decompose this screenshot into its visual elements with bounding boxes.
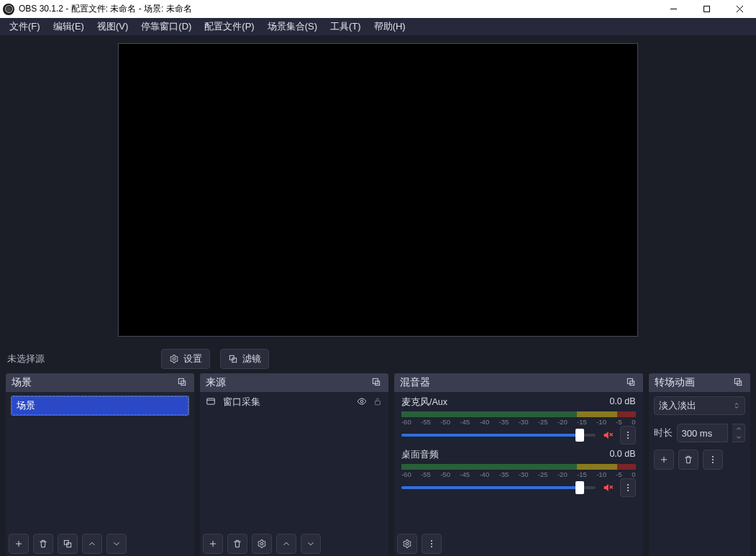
mixer-title: 混音器: [400, 376, 430, 389]
svg-point-21: [260, 542, 263, 545]
svg-point-36: [431, 543, 432, 544]
dock-popout-icon[interactable]: [733, 377, 744, 388]
transitions-title: 转场动画: [655, 376, 695, 389]
menu-dock[interactable]: 停靠窗口(D): [135, 18, 198, 35]
scene-move-down-button[interactable]: [106, 534, 127, 554]
transition-menu-button[interactable]: [703, 450, 723, 470]
window-maximize-button[interactable]: [690, 0, 723, 18]
sources-dock: 来源 窗口采集: [200, 373, 388, 556]
mixer-settings-button[interactable]: [397, 534, 417, 554]
svg-point-37: [431, 546, 432, 547]
mixer-channel: 麦克风/Aux0.0 dB-60-55-50-45-40-35-30-25-20…: [394, 392, 643, 445]
scene-add-button[interactable]: [9, 534, 29, 554]
menu-edit[interactable]: 编辑(E): [47, 18, 91, 35]
sources-title: 来源: [206, 376, 226, 389]
svg-rect-5: [229, 355, 234, 360]
stepper-up-icon[interactable]: [732, 424, 744, 433]
source-visibility-toggle[interactable]: [357, 396, 367, 409]
source-lock-toggle[interactable]: [373, 396, 383, 409]
transition-remove-button[interactable]: [678, 450, 698, 470]
svg-point-43: [712, 459, 714, 460]
transition-duration-value: 300 ms: [682, 428, 713, 439]
chevron-updown-icon: [733, 401, 740, 411]
svg-rect-11: [64, 540, 68, 544]
filters-button-label: 滤镜: [242, 352, 261, 365]
mixer-channel-db: 0.0 dB: [609, 396, 635, 409]
svg-point-32: [627, 487, 629, 488]
source-add-button[interactable]: [203, 534, 223, 554]
mixer-channel: 桌面音频0.0 dB-60-55-50-45-40-35-30-25-20-15…: [394, 445, 643, 497]
channel-menu-button[interactable]: [620, 478, 636, 497]
dock-popout-icon[interactable]: [177, 377, 188, 388]
scene-remove-button[interactable]: [33, 534, 53, 554]
menu-help[interactable]: 帮助(H): [368, 18, 412, 35]
source-move-down-button[interactable]: [301, 534, 321, 554]
gear-icon: [169, 354, 179, 364]
svg-point-33: [627, 490, 629, 491]
transition-add-button[interactable]: [654, 450, 674, 470]
menu-view[interactable]: 视图(V): [91, 18, 135, 35]
scene-item[interactable]: 场景: [12, 396, 188, 415]
svg-rect-39: [737, 381, 742, 386]
svg-rect-23: [629, 381, 634, 386]
transition-duration-input[interactable]: 300 ms: [677, 424, 728, 442]
mixer-channel-db: 0.0 dB: [609, 449, 635, 461]
svg-point-35: [431, 540, 432, 542]
scene-filter-button[interactable]: [58, 534, 78, 554]
svg-point-34: [406, 542, 409, 545]
transition-select[interactable]: 淡入淡出: [654, 396, 745, 415]
stepper-down-icon[interactable]: [732, 433, 744, 442]
source-item[interactable]: 窗口采集: [200, 392, 388, 412]
menu-file[interactable]: 文件(F): [3, 18, 47, 35]
channel-menu-button[interactable]: [620, 426, 636, 445]
svg-point-28: [627, 437, 629, 439]
dock-popout-icon[interactable]: [626, 377, 637, 388]
preview-canvas[interactable]: [118, 43, 638, 337]
mute-button[interactable]: [601, 429, 614, 442]
svg-rect-6: [232, 358, 237, 363]
dock-popout-icon[interactable]: [371, 377, 383, 388]
window-titlebar: OBS 30.1.2 - 配置文件: 未命名 - 场景: 未命名: [0, 0, 756, 18]
svg-rect-1: [703, 6, 709, 12]
transition-duration-stepper[interactable]: [732, 424, 745, 442]
svg-point-27: [627, 434, 629, 436]
menu-profile[interactable]: 配置文件(P): [198, 18, 260, 35]
volume-slider[interactable]: [401, 486, 596, 489]
scenes-dock: 场景 场景: [6, 373, 194, 556]
properties-button-label: 设置: [183, 352, 202, 365]
transition-duration-label: 时长: [654, 427, 673, 439]
source-remove-button[interactable]: [227, 534, 247, 554]
svg-point-31: [627, 484, 629, 486]
menu-scenecol[interactable]: 场景集合(S): [261, 18, 324, 35]
mixer-channel-name: 麦克风/Aux: [401, 396, 447, 409]
menu-tools[interactable]: 工具(T): [324, 18, 368, 35]
svg-rect-8: [181, 381, 186, 386]
svg-point-44: [712, 462, 714, 463]
filters-icon: [228, 354, 238, 364]
mixer-dock: 混音器 麦克风/Aux0.0 dB-60-55-50-45-40-35-30-2…: [394, 373, 643, 556]
svg-rect-14: [375, 381, 380, 386]
window-minimize-button[interactable]: [657, 0, 690, 18]
window-close-button[interactable]: [723, 0, 756, 18]
svg-point-26: [627, 432, 629, 433]
menu-bar: 文件(F) 编辑(E) 视图(V) 停靠窗口(D) 配置文件(P) 场景集合(S…: [0, 18, 756, 35]
mute-button[interactable]: [601, 481, 614, 494]
svg-rect-18: [375, 401, 380, 404]
transition-selected-label: 淡入淡出: [659, 399, 696, 412]
window-title: OBS 30.1.2 - 配置文件: 未命名 - 场景: 未命名: [19, 3, 192, 15]
source-filters-button[interactable]: 滤镜: [220, 349, 269, 369]
source-move-up-button[interactable]: [276, 534, 296, 554]
transitions-dock: 转场动画 淡入淡出 时长 300 ms: [649, 373, 750, 556]
source-properties-button[interactable]: 设置: [161, 349, 210, 369]
svg-rect-12: [67, 543, 71, 547]
source-item-label: 窗口采集: [223, 396, 260, 409]
scene-move-up-button[interactable]: [82, 534, 102, 554]
volume-slider[interactable]: [401, 434, 596, 437]
preview-area: [0, 35, 756, 345]
window-capture-icon: [206, 396, 217, 408]
svg-rect-15: [207, 398, 215, 404]
svg-point-4: [173, 357, 176, 360]
mixer-channel-name: 桌面音频: [401, 449, 439, 461]
mixer-menu-button[interactable]: [422, 534, 442, 554]
source-properties-button[interactable]: [252, 534, 272, 554]
